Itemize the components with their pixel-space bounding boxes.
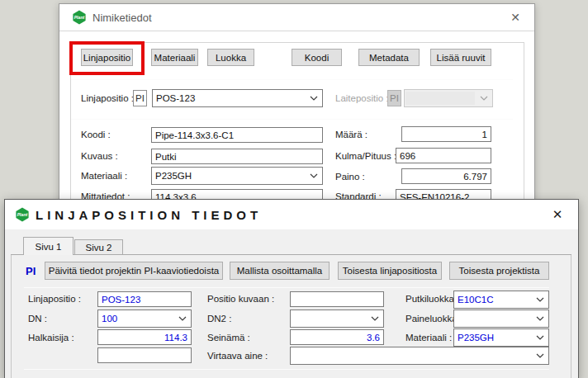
pi-badge-disabled: PI <box>387 90 401 106</box>
tab-strip-line <box>11 254 571 255</box>
materiaali-label: Materiaali : <box>405 330 452 346</box>
dn-label: DN : <box>28 311 47 327</box>
linjapositio-label: Linjapositio : <box>81 91 134 106</box>
chevron-down-icon[interactable] <box>532 347 548 364</box>
chevron-down-icon[interactable] <box>532 329 548 346</box>
plant-app-icon: Plant <box>72 10 87 25</box>
seinama-input[interactable] <box>290 329 384 345</box>
tab-sivu-1[interactable]: Sivu 1 <box>23 237 74 255</box>
koodi-label: Koodi : <box>81 127 111 143</box>
virtaava-aine-combobox[interactable] <box>290 347 549 365</box>
linjapositio-input[interactable] <box>97 291 192 307</box>
putkiluokka-label: Putkiluokka : <box>405 291 459 307</box>
virtaava-aine-label: Virtaava aine : <box>207 348 268 364</box>
tab-button-materiaali[interactable]: Materiaali <box>151 49 198 66</box>
putkiluokka-value: E10C1C <box>454 295 532 305</box>
pi-badge[interactable]: PI <box>133 90 147 106</box>
tab-button-linjapositio[interactable]: Linjapositio <box>81 49 133 66</box>
tab-button-lisaa-ruuvit[interactable]: Lisää ruuvit <box>430 49 491 66</box>
linjaposition-tiedot-window: Plant LINJAPOSITION TIEDOT ✕ Sivu 1 Sivu… <box>4 199 579 378</box>
koodi-input[interactable] <box>151 127 323 143</box>
tab-sivu-2[interactable]: Sivu 2 <box>74 239 123 255</box>
window-title: Nimiketiedot <box>92 12 152 24</box>
laitepositio-value <box>405 92 475 105</box>
close-icon[interactable]: ✕ <box>505 7 526 27</box>
window-title: LINJAPOSITION TIEDOT <box>36 208 262 222</box>
pi-accent-label: PI <box>26 265 36 277</box>
dn-value: 100 <box>98 314 174 324</box>
linjapositio-label: Linjapositio : <box>28 291 81 307</box>
tab-page-border-right <box>571 255 571 378</box>
materiaali-combobox[interactable]: P235GH <box>151 167 323 185</box>
linjaposition-titlebar: Plant LINJAPOSITION TIEDOT ✕ <box>5 200 578 229</box>
chevron-down-icon[interactable] <box>306 90 322 106</box>
paivita-pi-kaaviotiedoista-button[interactable]: Päivitä tiedot projektin PI-kaaviotiedoi… <box>45 262 223 280</box>
separator <box>71 119 513 120</box>
halkaisija-input[interactable] <box>97 329 192 345</box>
maara-input[interactable] <box>401 126 491 142</box>
positio-kuvaan-label: Positio kuvaan : <box>207 291 274 307</box>
laitepositio-label: Laitepositio : <box>335 91 389 106</box>
linjapositio-value: POS-123 <box>153 93 306 103</box>
dn2-label: DN2 : <box>207 311 231 327</box>
paino-input[interactable] <box>401 168 491 184</box>
putkiluokka-combobox[interactable]: E10C1C <box>453 291 549 309</box>
chevron-down-icon[interactable] <box>532 291 548 308</box>
paineluokka-combobox[interactable] <box>453 309 549 328</box>
svg-text:Plant: Plant <box>17 212 28 217</box>
materiaali-value: P235GH <box>152 171 306 181</box>
seinama-label: Seinämä : <box>207 330 250 346</box>
toisesta-projektista-button[interactable]: Toisesta projektista <box>449 262 549 280</box>
paino-label: Paino : <box>335 169 365 185</box>
svg-text:Plant: Plant <box>74 15 85 20</box>
materiaali-combobox[interactable]: P235GH <box>453 328 549 347</box>
materiaali-value: P235GH <box>454 333 532 343</box>
linjapositio-combobox[interactable]: POS-123 <box>152 89 323 107</box>
tab-page-border-left <box>11 255 12 378</box>
kuvaus-input[interactable] <box>151 149 323 164</box>
materiaali-label: Materiaali : <box>81 168 127 184</box>
kulma-pituus-input[interactable] <box>396 148 491 163</box>
separator <box>24 287 549 288</box>
tab-button-metadata[interactable]: Metadata <box>358 49 420 66</box>
positio-kuvaan-input[interactable] <box>290 291 384 307</box>
tab-button-koodi[interactable]: Koodi <box>292 49 342 66</box>
close-icon[interactable]: ✕ <box>547 205 568 224</box>
toisesta-linjapositiosta-button[interactable]: Toisesta linjapositiosta <box>338 262 442 280</box>
plant-app-icon: Plant <box>15 207 30 222</box>
tab-button-luokka[interactable]: Luokka <box>207 49 254 66</box>
dn-combobox[interactable]: 100 <box>97 309 192 328</box>
separator <box>24 369 549 370</box>
chevron-down-icon[interactable] <box>306 168 322 184</box>
nimiketiedot-titlebar: Plant Nimiketiedot ✕ <box>59 4 534 31</box>
kuvaus-label: Kuvaus : <box>81 149 118 164</box>
chevron-down-icon <box>476 90 492 106</box>
chevron-down-icon[interactable] <box>174 310 191 327</box>
mallista-osoittamalla-button[interactable]: Mallista osoittamalla <box>230 262 330 280</box>
laitepositio-combobox <box>404 89 493 107</box>
extra-empty-input[interactable] <box>97 347 192 363</box>
maara-label: Määrä : <box>335 127 368 143</box>
kulma-pituus-label: Kulma/Pituus : <box>335 149 396 164</box>
separator <box>71 79 513 80</box>
dn2-combobox[interactable] <box>290 309 384 328</box>
halkaisija-label: Halkaisija : <box>28 330 74 346</box>
chevron-down-icon[interactable] <box>367 310 383 327</box>
chevron-down-icon[interactable] <box>532 310 548 327</box>
